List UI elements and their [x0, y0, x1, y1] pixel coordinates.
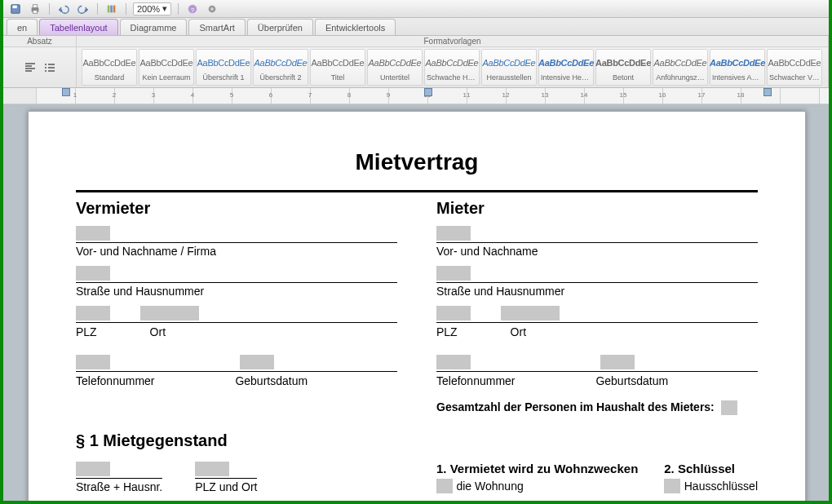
align-left-icon[interactable]: [22, 60, 38, 76]
field-line: [76, 242, 397, 243]
style-name: Schwache Her…: [427, 73, 477, 84]
style-name: Herausstellen: [484, 73, 534, 84]
parties-columns: Vermieter Vor- und Nachname / Firma Stra…: [76, 197, 758, 415]
list-icon[interactable]: [42, 60, 58, 76]
style-item[interactable]: AaBbCcDdEeKein Leerraum: [139, 49, 194, 86]
field-line: [436, 242, 758, 243]
subhead-2: 2. Schlüssel: [664, 462, 758, 475]
style-item[interactable]: AaBbCcDdEeSchwache Her…: [424, 49, 480, 86]
ruler-number: 8: [347, 91, 351, 99]
library-icon[interactable]: [104, 2, 119, 15]
horizontal-ruler[interactable]: 123456789101112131415161718: [3, 88, 829, 104]
tab-ueberpruefen[interactable]: Überprüfen: [247, 19, 313, 35]
style-item[interactable]: AaBbCcDdEeSchwacher Ve…: [767, 49, 822, 86]
group-title-paragraph: Absatz: [3, 36, 76, 47]
field-placeholder[interactable]: [436, 266, 471, 281]
field-placeholder[interactable]: [240, 355, 274, 369]
style-item[interactable]: AaBbCcDdEeÜberschrift 1: [196, 49, 251, 86]
style-item[interactable]: AaBbCcDdEeStandard: [82, 49, 137, 86]
field-placeholder[interactable]: [76, 355, 110, 369]
heading-section1: § 1 Mietgegenstand: [76, 431, 758, 450]
indent-marker-left-icon[interactable]: [62, 88, 70, 96]
ribbon-group-paragraph: Absatz: [3, 36, 77, 87]
label-plz: PLZ: [76, 325, 97, 338]
center-marker-icon[interactable]: [424, 88, 432, 96]
style-item[interactable]: AaBbCcDdEeBetont: [595, 49, 651, 86]
section1-left: Straße + Hausnr. PLZ und Ort: [76, 462, 397, 493]
label-hausschluessel: Hausschlüssel: [684, 480, 758, 493]
svg-text:?: ?: [191, 6, 195, 13]
field-placeholder[interactable]: [76, 266, 110, 281]
style-name: Betont: [598, 73, 648, 84]
settings-icon[interactable]: [205, 2, 219, 15]
help-icon[interactable]: ?: [185, 2, 200, 15]
style-item[interactable]: AaBbCcDdEeIntensive Her…: [538, 49, 594, 86]
field-placeholder[interactable]: [76, 462, 110, 476]
label-tel: Telefonnummer: [76, 374, 155, 387]
indent-marker-right-icon[interactable]: [763, 88, 772, 96]
tab-partial[interactable]: en: [7, 19, 38, 35]
field-placeholder[interactable]: [195, 462, 229, 476]
separator: [97, 3, 98, 15]
ruler-number: 16: [659, 91, 666, 99]
ruler-number: 15: [620, 91, 627, 99]
separator: [126, 3, 126, 15]
field-placeholder[interactable]: [436, 355, 471, 369]
style-item[interactable]: AaBbCcDdEeAnführungsz…: [653, 49, 708, 86]
style-item[interactable]: AaBbCcDdEeUntertitel: [367, 49, 423, 86]
ruler-number: 17: [698, 91, 706, 99]
field-line: [76, 478, 162, 479]
ruler-number: 14: [581, 91, 588, 99]
tab-tabellenlayout[interactable]: Tabellenlayout: [39, 19, 117, 35]
label-street: Straße und Hausnummer: [76, 285, 397, 298]
ruler-number: 7: [308, 91, 312, 99]
style-sample: AaBbCcDdEe: [655, 53, 706, 73]
field-placeholder[interactable]: [140, 306, 199, 321]
svg-rect-7: [113, 5, 116, 12]
svg-rect-6: [110, 5, 113, 12]
field-placeholder[interactable]: [76, 226, 110, 241]
svg-point-11: [210, 7, 214, 11]
style-name: Überschrift 2: [255, 73, 306, 84]
print-icon[interactable]: [28, 2, 42, 15]
style-name: Intensives An…: [712, 73, 763, 84]
save-icon[interactable]: [8, 2, 23, 15]
field-line: [195, 478, 257, 479]
zoom-control[interactable]: 200% ▾: [133, 2, 171, 15]
field-placeholder[interactable]: [721, 400, 737, 415]
style-sample: AaBbCcDdEe: [312, 53, 363, 73]
style-item[interactable]: AaBbCcDdEeIntensives An…: [710, 49, 765, 86]
app-window: 200% ▾ ? en Tabellenlayout Diagramme Sma…: [3, 0, 829, 501]
style-sample: AaBbCcDdEe: [198, 53, 249, 73]
styles-gallery[interactable]: AaBbCcDdEeStandardAaBbCcDdEeKein Leerrau…: [77, 47, 828, 87]
field-placeholder[interactable]: [436, 226, 471, 241]
style-item[interactable]: AaBbCcDdEeÜberschrift 2: [253, 49, 308, 86]
style-name: Anführungsz…: [655, 73, 706, 84]
heading-vermieter: Vermieter: [76, 199, 397, 218]
field-placeholder[interactable]: [501, 306, 560, 321]
ruler-number: 2: [113, 91, 116, 99]
undo-icon[interactable]: [56, 2, 71, 15]
style-sample: AaBbCcDdEe: [769, 53, 820, 73]
tab-entwicklertools[interactable]: Entwicklertools: [315, 19, 396, 35]
document-workarea[interactable]: Mietvertrag Vermieter Vor- und Nachname …: [3, 104, 829, 501]
style-sample: AaBbCcDdEe: [598, 53, 648, 73]
style-item[interactable]: AaBbCcDdEeTitel: [310, 49, 365, 86]
svg-point-12: [45, 64, 46, 65]
field-placeholder[interactable]: [76, 306, 110, 321]
style-name: Kein Leerraum: [141, 73, 192, 84]
style-name: Untertitel: [370, 73, 420, 84]
tab-smartart[interactable]: SmartArt: [188, 19, 245, 35]
field-placeholder[interactable]: [600, 355, 635, 369]
title-rule: [76, 190, 758, 192]
tab-diagramme[interactable]: Diagramme: [120, 19, 188, 35]
field-placeholder[interactable]: [664, 479, 680, 493]
ruler-number: 9: [387, 91, 390, 99]
document-page[interactable]: Mietvertrag Vermieter Vor- und Nachname …: [28, 111, 806, 501]
style-item[interactable]: AaBbCcDdEeHerausstellen: [481, 49, 537, 86]
heading-mieter: Mieter: [436, 199, 758, 218]
separator: [178, 3, 179, 15]
redo-icon[interactable]: [76, 2, 91, 15]
field-placeholder[interactable]: [436, 479, 453, 493]
field-placeholder[interactable]: [436, 306, 471, 321]
